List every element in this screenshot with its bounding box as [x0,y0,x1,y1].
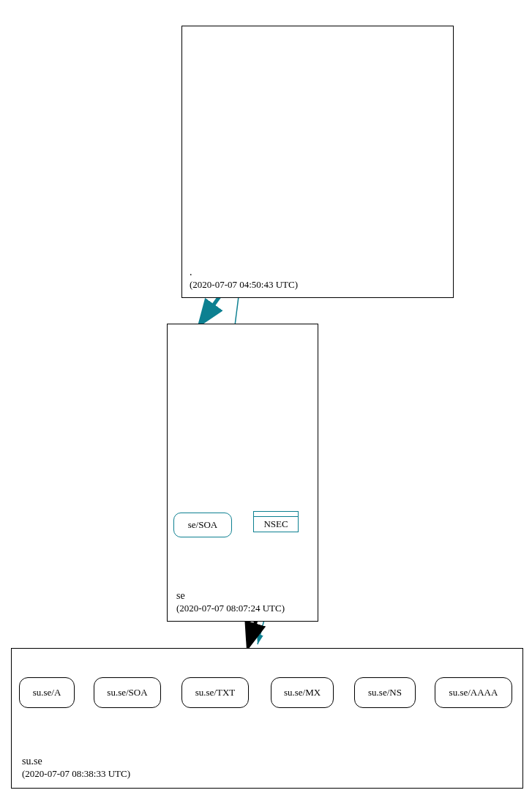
suse-rr-ns: su.se/NS [354,677,416,708]
zone-se-timestamp: (2020-07-07 08:07:24 UTC) [176,603,285,615]
zone-root-name: . [190,266,298,279]
zone-suse-timestamp: (2020-07-07 08:38:33 UTC) [22,768,130,780]
zone-se-box: se (2020-07-07 08:07:24 UTC) [167,324,318,622]
se-nsec-record: NSEC [253,511,299,532]
suse-rr-a: su.se/A [19,677,75,708]
edge-root-to-se-thick [201,297,220,322]
suse-rr-soa: su.se/SOA [94,677,161,708]
zone-root-box: . (2020-07-07 04:50:43 UTC) [181,26,454,298]
se-soa-record: se/SOA [173,513,232,537]
zone-suse-box: su.se (2020-07-07 08:38:33 UTC) [11,648,523,789]
suse-rr-txt: su.se/TXT [181,677,249,708]
suse-rr-aaaa: su.se/AAAA [435,677,512,708]
zone-suse-name: su.se [22,755,130,768]
zone-root-timestamp: (2020-07-07 04:50:43 UTC) [190,279,298,291]
zone-se-name: se [176,589,285,603]
suse-rr-mx: su.se/MX [271,677,334,708]
edge-se-to-suse-thick [249,620,256,644]
